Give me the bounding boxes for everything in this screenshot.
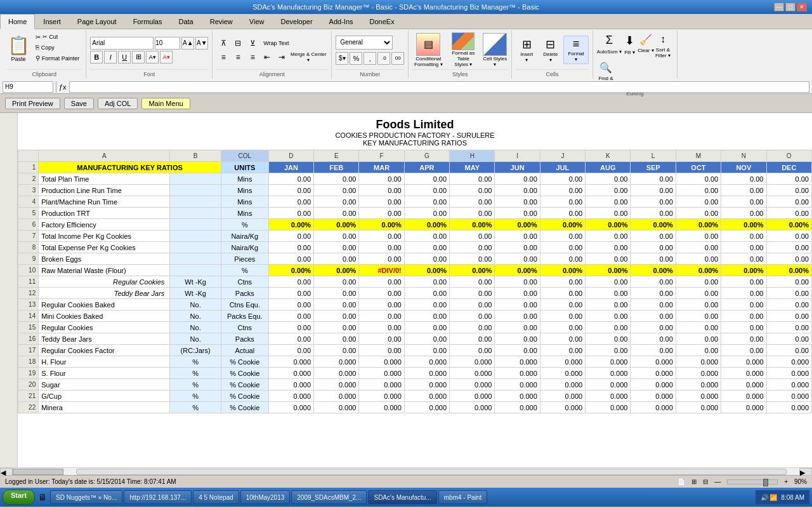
cell-styles-button[interactable]: Cell Styles ▾ (482, 33, 508, 67)
cell-value[interactable]: 0.00% (495, 265, 540, 276)
cell-value[interactable]: 0.00 (359, 231, 404, 242)
conditional-formatting-button[interactable]: ▤ Conditional Formatting ▾ (412, 33, 444, 67)
cell-value[interactable]: 0.000 (268, 368, 313, 379)
cell-value[interactable]: 0.00 (450, 208, 495, 219)
cell-value[interactable]: 0.00 (314, 231, 359, 242)
cell-value[interactable]: 0.000 (586, 391, 631, 402)
cell-value[interactable]: 0.00% (676, 265, 721, 276)
cell-value[interactable]: 0.00 (631, 288, 676, 299)
col-k[interactable]: K (586, 150, 631, 162)
cell-value[interactable]: 0.00 (676, 333, 721, 345)
cell-value[interactable]: 0.000 (450, 402, 495, 413)
cell-value[interactable]: 0.00 (450, 322, 495, 333)
cell-value[interactable]: 0.000 (766, 391, 812, 402)
cell-value[interactable]: 0.00 (586, 253, 631, 265)
cell-value[interactable]: 0.00 (495, 288, 540, 299)
scroll-left-button[interactable]: ◀ (0, 468, 13, 476)
cell-value[interactable]: 0.00 (721, 311, 766, 322)
cell-value[interactable]: 0.00 (450, 345, 495, 356)
view-page-break-icon[interactable]: ⊟ (703, 478, 708, 485)
cell-value[interactable]: 0.000 (404, 402, 449, 413)
col-a[interactable]: A (39, 150, 170, 162)
cell-value[interactable]: 0.00 (721, 322, 766, 333)
cell-value[interactable]: 0.000 (404, 356, 449, 368)
cell-value[interactable]: 0.000 (676, 368, 721, 379)
h-scroll-area[interactable]: ◀ ▶ (0, 467, 812, 475)
col-j[interactable]: J (540, 150, 585, 162)
cell-value[interactable]: 0.00 (721, 333, 766, 345)
cell-value[interactable]: 0.000 (450, 391, 495, 402)
fx-button[interactable]: ƒx (59, 83, 67, 91)
cell-value[interactable]: 0.00 (721, 208, 766, 219)
print-preview-button[interactable]: Print Preview (5, 98, 60, 109)
cell-value[interactable]: 0.000 (631, 391, 676, 402)
cell-value[interactable]: 0.00 (359, 345, 404, 356)
cell-value[interactable]: 0.000 (359, 379, 404, 391)
cell-value[interactable]: 0.00 (268, 345, 313, 356)
cell-value[interactable]: 0.00 (268, 208, 313, 219)
cell-value[interactable]: #DIV/0! (359, 265, 404, 276)
cell-value[interactable]: 0.00% (314, 219, 359, 231)
cell-value[interactable]: 0.00 (586, 288, 631, 299)
cell-value[interactable]: 0.00 (268, 276, 313, 288)
format-painter-button[interactable]: ⚲ Format Painter (33, 53, 82, 63)
cell-value[interactable]: 0.00% (404, 219, 449, 231)
cell-value[interactable]: 0.00% (586, 219, 631, 231)
maximize-button[interactable]: □ (785, 3, 796, 11)
tab-addins[interactable]: Add-Ins (321, 14, 362, 29)
cell-value[interactable]: 0.00 (314, 196, 359, 208)
cell-value[interactable]: 0.00 (450, 173, 495, 185)
cell-value[interactable]: 0.00 (586, 208, 631, 219)
cell-value[interactable]: 0.00 (676, 253, 721, 265)
sort-filter-button[interactable]: ↕ Sort &Filter ▾ (655, 32, 671, 58)
align-right-button[interactable]: ≡ (246, 51, 259, 64)
cell-value[interactable]: 0.00 (676, 311, 721, 322)
cell-value[interactable]: 0.00 (540, 208, 585, 219)
cell-value[interactable]: 0.000 (721, 391, 766, 402)
cell-value[interactable]: 0.00 (676, 242, 721, 253)
col-l[interactable]: L (631, 150, 676, 162)
col-d[interactable]: D (268, 150, 313, 162)
cell-value[interactable]: 0.000 (766, 368, 812, 379)
cell-value[interactable]: 0.00 (268, 333, 313, 345)
row-label[interactable]: Production Line Run Time (39, 185, 170, 196)
cell-value[interactable]: 0.00 (721, 288, 766, 299)
cell-value[interactable]: 0.00 (404, 288, 449, 299)
cell-value[interactable]: 0.00 (631, 173, 676, 185)
tab-view[interactable]: View (241, 14, 273, 29)
title-bar-controls[interactable]: — □ ✕ (774, 3, 807, 11)
cell-value[interactable]: 0.00 (450, 311, 495, 322)
tab-insert[interactable]: Insert (35, 14, 69, 29)
cell-value[interactable]: 0.00 (766, 299, 812, 311)
insert-cells-button[interactable]: ⊞ Insert ▾ (516, 36, 537, 65)
cell-value[interactable]: 0.00 (766, 345, 812, 356)
align-middle-button[interactable]: ⊟ (231, 37, 245, 50)
cell-value[interactable]: 0.000 (359, 368, 404, 379)
cell-value[interactable]: 0.000 (268, 391, 313, 402)
cell-value[interactable]: 0.00 (676, 231, 721, 242)
cell-value[interactable]: 0.000 (721, 402, 766, 413)
increase-decimal-button[interactable]: 00 (391, 52, 404, 65)
cut-button[interactable]: ✂ ✂ Cut (33, 32, 82, 42)
cell-value[interactable]: 0.000 (676, 402, 721, 413)
cell-value[interactable]: 0.00% (268, 265, 313, 276)
tab-data[interactable]: Data (170, 14, 201, 29)
cell-value[interactable]: 0.00 (631, 333, 676, 345)
cell-value[interactable]: 0.00 (314, 333, 359, 345)
cell-value[interactable]: 0.000 (676, 391, 721, 402)
autosum-button[interactable]: Σ AutoSum ▾ (597, 32, 622, 55)
row-label[interactable]: Total Plan Time (39, 173, 170, 185)
tab-review[interactable]: Review (202, 14, 241, 29)
col-m[interactable]: M (676, 150, 721, 162)
merge-center-button[interactable]: Merge & Center ▾ (289, 51, 327, 64)
cell-value[interactable]: 0.00 (495, 253, 540, 265)
cell-value[interactable]: 0.00 (766, 185, 812, 196)
row-label[interactable]: Regular Cookies (39, 322, 170, 333)
cell-value[interactable]: 0.00 (359, 311, 404, 322)
cell-value[interactable]: 0.000 (495, 379, 540, 391)
cell-value[interactable]: 0.00% (766, 219, 812, 231)
cell-value[interactable]: 0.000 (631, 356, 676, 368)
cell-value[interactable]: 0.000 (540, 391, 585, 402)
row-label[interactable]: Raw Material Waste (Flour) (39, 265, 170, 276)
cell-value[interactable]: 0.00 (314, 299, 359, 311)
